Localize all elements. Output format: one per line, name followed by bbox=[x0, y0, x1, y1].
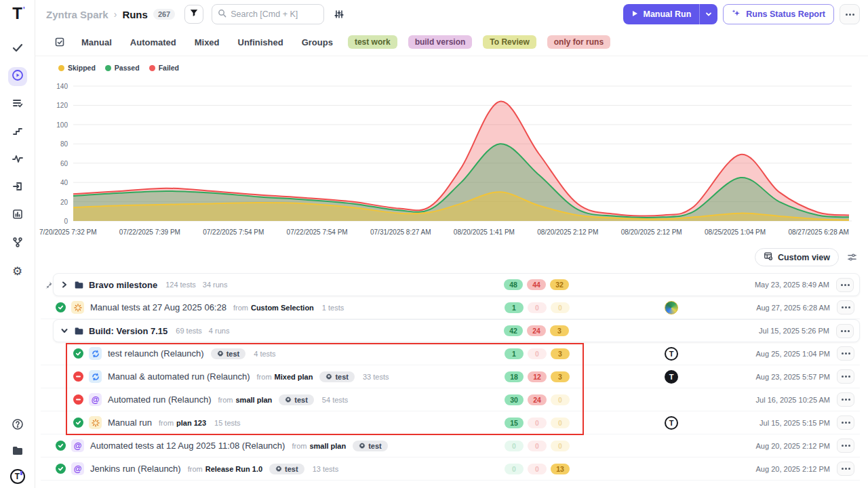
row-more-button[interactable] bbox=[837, 439, 854, 453]
help-button[interactable] bbox=[8, 416, 27, 435]
chevron-right-icon[interactable] bbox=[60, 281, 73, 289]
from-plan-name[interactable]: plan 123 bbox=[176, 419, 206, 427]
run-title[interactable]: Jenkins run (Relaunch) bbox=[90, 464, 181, 474]
board-icon[interactable] bbox=[54, 37, 65, 47]
run-title[interactable]: Manual tests at 27 Aug 2025 06:28 bbox=[90, 302, 226, 312]
row-more-button[interactable] bbox=[836, 324, 854, 338]
result-badges: 1500 bbox=[505, 418, 570, 428]
failed-badge: 44 bbox=[527, 279, 546, 290]
run-row[interactable]: Manual tests at 27 Aug 2025 06:28fromCus… bbox=[41, 296, 860, 319]
group-title: Build: Version 7.15 bbox=[89, 326, 167, 336]
run-title[interactable]: test relaunch (Relaunch) bbox=[108, 348, 204, 359]
tab-groups[interactable]: Groups bbox=[302, 37, 333, 47]
run-row[interactable]: Manual & automated run (Relaunch)fromMix… bbox=[41, 365, 860, 388]
run-type-sun-icon bbox=[71, 301, 84, 314]
manual-run-dropdown[interactable] bbox=[699, 4, 717, 24]
adjustments-icon[interactable] bbox=[334, 9, 344, 20]
filter-tag[interactable]: test work bbox=[348, 35, 397, 49]
skipped-badge: 0 bbox=[551, 394, 570, 405]
run-date: Aug 27, 2025 6:28 AM bbox=[722, 304, 830, 312]
legend-item: Failed bbox=[149, 64, 179, 72]
manual-run-label: Manual Run bbox=[643, 9, 691, 19]
skipped-badge: 32 bbox=[550, 279, 569, 290]
group-row[interactable]: Build: Version 7.1569 tests4 runs42243Ju… bbox=[53, 319, 860, 342]
run-tag[interactable]: test bbox=[353, 441, 388, 451]
tab-unfinished[interactable]: Unfinished bbox=[238, 37, 283, 47]
chevron-down-icon[interactable] bbox=[60, 327, 73, 335]
passed-badge: 15 bbox=[505, 418, 524, 428]
sidebar-item-branches[interactable] bbox=[8, 234, 27, 253]
run-tag[interactable]: test bbox=[279, 394, 314, 405]
projects-button[interactable] bbox=[8, 443, 27, 462]
tab-manual[interactable]: Manual bbox=[81, 37, 112, 47]
avatar: T bbox=[665, 416, 678, 430]
failed-badge: 0 bbox=[528, 441, 547, 451]
runs-count-badge: 267 bbox=[153, 9, 175, 20]
row-more-button[interactable] bbox=[837, 369, 854, 384]
row-more-button[interactable] bbox=[837, 462, 854, 476]
run-title[interactable]: Automated tests at 12 Aug 2025 11:08 (Re… bbox=[90, 441, 285, 451]
row-more-button[interactable] bbox=[837, 346, 854, 361]
filter-tag[interactable]: only for runs bbox=[547, 35, 610, 49]
row-more-button[interactable] bbox=[837, 415, 854, 430]
header-more-button[interactable] bbox=[840, 4, 860, 24]
app-logo[interactable]: T' bbox=[12, 5, 22, 22]
custom-view-button[interactable]: Custom view bbox=[755, 248, 839, 266]
from-plan-name[interactable]: small plan bbox=[235, 396, 272, 404]
run-title[interactable]: Manual & automated run (Relaunch) bbox=[108, 371, 250, 382]
search-box[interactable] bbox=[212, 4, 324, 24]
sidebar-item-plans[interactable] bbox=[8, 95, 27, 114]
x-tick-label: 07/22/2025 7:39 PM bbox=[119, 228, 180, 236]
run-title[interactable]: Automated run (Relaunch) bbox=[108, 394, 211, 405]
run-tag[interactable]: test bbox=[211, 348, 246, 359]
tab-automated[interactable]: Automated bbox=[130, 37, 176, 47]
folder-icon bbox=[74, 326, 84, 336]
filter-tag[interactable]: To Review bbox=[483, 35, 536, 49]
profile-avatar[interactable]: T bbox=[10, 469, 25, 484]
run-title[interactable]: Manual run bbox=[108, 418, 152, 428]
passed-badge: 48 bbox=[504, 279, 523, 290]
row-more-button[interactable] bbox=[837, 300, 854, 314]
run-row[interactable]: @Automated run (Relaunch)fromsmall plant… bbox=[41, 388, 860, 411]
legend-label: Passed bbox=[115, 64, 140, 72]
search-input[interactable] bbox=[231, 9, 312, 19]
run-row[interactable]: @Jenkins run (Relaunch)fromRelease Run 1… bbox=[41, 458, 860, 481]
tab-mixed[interactable]: Mixed bbox=[195, 37, 220, 47]
run-date: Aug 25, 2025 1:04 PM bbox=[722, 350, 830, 358]
run-tests-count: 4 tests bbox=[254, 350, 275, 358]
sidebar-item-import[interactable] bbox=[8, 178, 27, 197]
run-tag[interactable]: test bbox=[319, 371, 355, 382]
sidebar-item-reports[interactable] bbox=[8, 206, 27, 225]
sidebar-item-pulse[interactable] bbox=[8, 150, 27, 169]
sidebar-item-analytics[interactable] bbox=[8, 123, 27, 142]
from-plan-name[interactable]: Custom Selection bbox=[251, 304, 314, 312]
status-passed-icon bbox=[73, 348, 83, 359]
sidebar-item-settings[interactable]: ⚙ bbox=[8, 262, 27, 281]
from-plan-name[interactable]: Release Run 1.0 bbox=[205, 465, 262, 473]
view-settings-icon[interactable] bbox=[847, 252, 857, 262]
failed-badge: 0 bbox=[528, 418, 547, 428]
result-badges: 103 bbox=[505, 348, 570, 359]
group-runs-count: 34 runs bbox=[203, 281, 228, 289]
legend-dot bbox=[58, 65, 64, 71]
status-failed-icon bbox=[73, 394, 83, 405]
runs-status-report-button[interactable]: Runs Status Report bbox=[723, 4, 834, 24]
view-bar: Custom view bbox=[755, 248, 857, 266]
run-tag[interactable]: test bbox=[269, 464, 304, 474]
run-row[interactable]: @Automated tests at 12 Aug 2025 11:08 (R… bbox=[41, 434, 860, 458]
filter-tag[interactable]: build version bbox=[408, 35, 473, 49]
run-row[interactable]: Manual runfromplan 12315 tests1500TJul 1… bbox=[41, 411, 860, 434]
run-row[interactable]: test relaunch (Relaunch)test4 tests103TA… bbox=[41, 342, 860, 365]
group-row[interactable]: Bravo milestone124 tests34 runs484432May… bbox=[53, 273, 860, 296]
sidebar-item-runs[interactable] bbox=[8, 67, 27, 86]
row-more-button[interactable] bbox=[836, 278, 854, 292]
manual-run-button[interactable]: Manual Run bbox=[623, 4, 717, 24]
from-plan-name[interactable]: small plan bbox=[309, 442, 346, 450]
sidebar-item-tests[interactable] bbox=[8, 39, 27, 58]
breadcrumb-project[interactable]: Zyntra Spark bbox=[46, 9, 108, 20]
row-more-button[interactable] bbox=[837, 392, 854, 407]
skipped-badge: 3 bbox=[551, 348, 570, 359]
x-tick-label: 08/25/2025 1:04 PM bbox=[705, 228, 766, 236]
from-plan-name[interactable]: Mixed plan bbox=[275, 373, 313, 381]
filter-button[interactable] bbox=[184, 5, 203, 24]
